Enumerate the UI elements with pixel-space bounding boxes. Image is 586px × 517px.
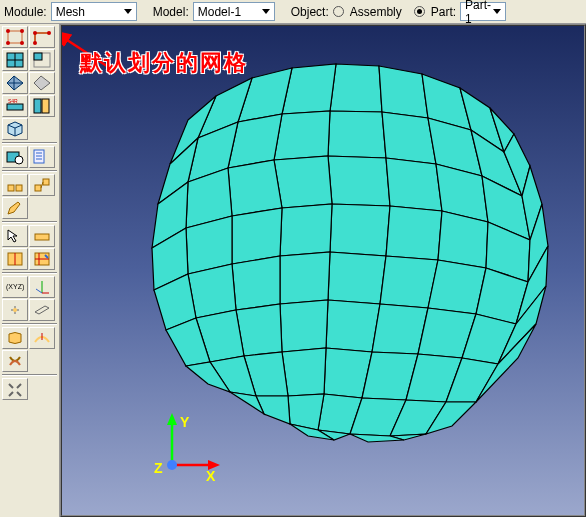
svg-point-2 — [20, 29, 24, 33]
model-combo[interactable]: Model-1 — [193, 2, 275, 21]
datum-plane-button[interactable] — [29, 299, 55, 321]
svg-line-40 — [36, 289, 42, 293]
mesh-part-button[interactable] — [2, 49, 28, 71]
partition-face-button[interactable] — [2, 248, 28, 270]
triad-icon — [33, 279, 51, 295]
seed-edges-icon — [33, 29, 51, 45]
part-curve-icon — [33, 330, 51, 346]
verify-icon — [6, 149, 24, 165]
mesh-region-icon — [33, 52, 51, 68]
datum-point-button[interactable] — [2, 299, 28, 321]
module-value: Mesh — [56, 5, 85, 19]
svg-point-7 — [47, 31, 51, 35]
repair-icon — [6, 353, 24, 369]
svg-rect-30 — [35, 185, 41, 191]
svg-rect-28 — [8, 185, 14, 191]
separator — [2, 170, 57, 172]
partition-cell-icon — [33, 251, 51, 267]
view-triad: Y X Z — [132, 405, 222, 495]
part-label: Part: — [431, 5, 456, 19]
svg-text:S4R: S4R — [8, 98, 18, 104]
triad-y-label: Y — [180, 414, 190, 430]
triad-z-label: Z — [154, 460, 163, 476]
mesh-delete-button[interactable] — [29, 72, 55, 94]
assembly-label: Assembly — [350, 5, 402, 19]
stack-icon — [6, 121, 24, 137]
tools-icon — [6, 381, 24, 397]
select-entity-button[interactable] — [2, 225, 28, 247]
svg-rect-17 — [34, 99, 41, 113]
mesh-controls-button[interactable] — [29, 95, 55, 117]
object-label: Object: — [291, 5, 329, 19]
separator — [2, 323, 57, 325]
svg-rect-0 — [8, 31, 22, 43]
module-label: Module: — [4, 5, 47, 19]
svg-rect-18 — [42, 99, 49, 113]
partition-face-icon — [6, 251, 24, 267]
separator — [2, 374, 57, 376]
element-type-button[interactable]: S4R — [2, 95, 28, 117]
geom-repair-button[interactable] — [2, 350, 28, 372]
mesh-part-icon — [6, 52, 24, 68]
virt-topo-icon — [6, 330, 24, 346]
separator — [2, 272, 57, 274]
svg-point-5 — [33, 41, 37, 45]
tools-button[interactable] — [2, 378, 28, 400]
separator — [2, 142, 57, 144]
highlight-icon — [33, 228, 51, 244]
svg-rect-33 — [35, 234, 49, 240]
assoc-mesh-button[interactable] — [29, 174, 55, 196]
datum-point-icon — [6, 302, 24, 318]
seed-part-button[interactable] — [2, 26, 28, 48]
part-value: Part-1 — [465, 0, 491, 26]
svg-rect-15 — [7, 104, 23, 110]
model-value: Model-1 — [198, 5, 241, 19]
svg-marker-47 — [167, 413, 177, 425]
create-bottomup-button[interactable] — [2, 174, 28, 196]
edit-mesh-button[interactable] — [2, 197, 28, 219]
verify-mesh-button[interactable] — [2, 146, 28, 168]
svg-rect-31 — [43, 179, 49, 185]
datum-csys-button[interactable]: (XYZ) — [2, 276, 28, 298]
datum-plane-icon — [33, 302, 51, 318]
datum-axis-button[interactable] — [29, 276, 55, 298]
csys-icon: (XYZ) — [6, 279, 24, 295]
annotation-text: 默认划分的网格 — [80, 48, 248, 78]
svg-point-3 — [6, 41, 10, 45]
triad-x-label: X — [206, 468, 216, 484]
select-icon — [6, 228, 24, 244]
svg-rect-12 — [34, 53, 42, 60]
seed-part-icon — [6, 29, 24, 45]
mesh-controls-icon — [33, 98, 51, 114]
svg-text:(XYZ): (XYZ) — [6, 283, 24, 291]
highlight-button[interactable] — [29, 225, 55, 247]
partition-curve-button[interactable] — [29, 327, 55, 349]
seed-edges-button[interactable] — [29, 26, 55, 48]
svg-point-23 — [15, 156, 23, 164]
mesh-region-button[interactable] — [29, 49, 55, 71]
delete-mesh-icon — [33, 75, 51, 91]
remesh-icon — [6, 75, 24, 91]
context-toolbar: Module: Mesh Model: Model-1 Object: Asse… — [0, 0, 586, 24]
viewport[interactable]: 默认划分的网格 — [60, 24, 586, 517]
svg-point-50 — [167, 460, 177, 470]
model-label: Model: — [153, 5, 189, 19]
element-type-icon: S4R — [6, 98, 24, 114]
module-combo[interactable]: Mesh — [51, 2, 137, 21]
svg-point-43 — [13, 308, 17, 312]
part-combo[interactable]: Part-1 — [460, 2, 506, 21]
assoc-icon — [33, 177, 51, 193]
svg-rect-29 — [16, 185, 22, 191]
virtual-topology-button[interactable] — [2, 327, 28, 349]
part-radio[interactable] — [414, 6, 425, 17]
separator — [2, 221, 57, 223]
mesh-remesh-button[interactable] — [2, 72, 28, 94]
mesh-stack-button[interactable] — [2, 118, 28, 140]
assembly-radio[interactable] — [333, 6, 344, 17]
query-button[interactable] — [29, 146, 55, 168]
partition-cell-button[interactable] — [29, 248, 55, 270]
bottomup-icon — [6, 177, 24, 193]
svg-point-4 — [20, 41, 24, 45]
svg-point-1 — [6, 29, 10, 33]
svg-point-6 — [33, 31, 37, 35]
